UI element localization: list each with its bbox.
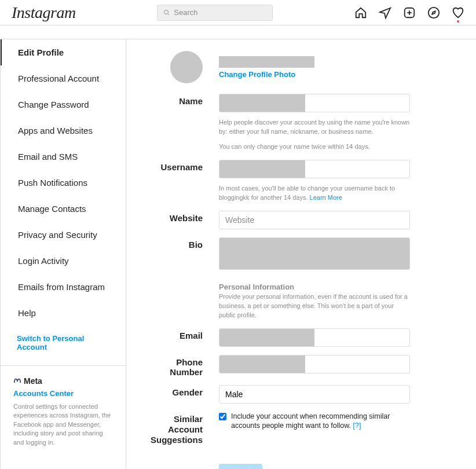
sub-bar xyxy=(0,25,476,39)
name-input[interactable] xyxy=(219,94,410,112)
meta-icon xyxy=(13,377,21,385)
sidebar-item-email-sms[interactable]: Email and SMS xyxy=(1,144,126,170)
similar-label: Similar Account Suggestions xyxy=(144,412,219,445)
search-icon xyxy=(163,9,170,16)
change-photo-link[interactable]: Change Profile Photo xyxy=(219,70,314,79)
gender-input[interactable] xyxy=(219,385,410,404)
similar-accounts-text: Include your account when recommending s… xyxy=(231,412,410,431)
personal-info-heading: Personal Information xyxy=(219,283,410,291)
svg-point-0 xyxy=(164,10,169,14)
bio-label: Bio xyxy=(144,237,219,250)
nav-icons xyxy=(354,6,464,19)
svg-point-5 xyxy=(429,7,439,17)
username-help: In most cases, you'll be able to change … xyxy=(219,184,410,203)
bio-input[interactable] xyxy=(219,237,410,270)
username-display-redacted xyxy=(219,56,314,68)
notification-dot xyxy=(457,20,459,23)
accounts-center-link[interactable]: Accounts Center xyxy=(13,389,113,398)
search-placeholder: Search xyxy=(174,8,197,17)
main-panel: Change Profile Photo Name Help people di… xyxy=(126,39,475,469)
name-label: Name xyxy=(144,94,219,106)
explore-icon[interactable] xyxy=(427,6,440,19)
website-input[interactable] xyxy=(219,211,410,229)
sidebar-item-apps-websites[interactable]: Apps and Websites xyxy=(1,118,126,144)
name-help-1: Help people discover your account by usi… xyxy=(219,118,410,137)
search-input[interactable]: Search xyxy=(157,5,273,21)
phone-input[interactable] xyxy=(219,355,410,373)
home-icon[interactable] xyxy=(354,6,367,19)
meta-box: Meta Accounts Center Control settings fo… xyxy=(1,365,126,457)
sidebar-item-help[interactable]: Help xyxy=(1,300,126,326)
similar-accounts-checkbox[interactable] xyxy=(219,413,226,420)
switch-account-link[interactable]: Switch to Personal Account xyxy=(1,326,126,360)
email-input[interactable] xyxy=(219,328,410,347)
instagram-logo[interactable]: Instagram xyxy=(12,3,76,22)
new-post-icon[interactable] xyxy=(403,6,416,19)
name-help-2: You can only change your name twice with… xyxy=(219,142,410,152)
sidebar-item-emails-from-ig[interactable]: Emails from Instagram xyxy=(1,274,126,300)
sidebar-item-manage-contacts[interactable]: Manage Contacts xyxy=(1,196,126,222)
email-label: Email xyxy=(144,328,219,340)
svg-marker-6 xyxy=(432,11,435,14)
avatar[interactable] xyxy=(170,51,203,83)
gender-label: Gender xyxy=(144,385,219,397)
sidebar-item-edit-profile[interactable]: Edit Profile xyxy=(1,39,126,65)
similar-help-link[interactable]: [?] xyxy=(353,422,361,430)
sidebar-item-privacy-security[interactable]: Privacy and Security xyxy=(1,222,126,248)
messenger-icon[interactable] xyxy=(379,6,391,19)
website-label: Website xyxy=(144,211,219,223)
sidebar-item-push-notifications[interactable]: Push Notifications xyxy=(1,170,126,196)
submit-button[interactable]: Submit xyxy=(219,464,262,470)
settings-sidebar: Edit Profile Professional Account Change… xyxy=(0,39,126,469)
phone-label: Phone Number xyxy=(144,355,219,377)
sidebar-item-change-password[interactable]: Change Password xyxy=(1,91,126,118)
learn-more-link[interactable]: Learn More xyxy=(310,194,342,201)
svg-line-1 xyxy=(168,13,170,15)
sidebar-item-professional[interactable]: Professional Account xyxy=(1,65,126,91)
activity-icon[interactable] xyxy=(452,6,464,19)
username-input[interactable] xyxy=(219,160,410,178)
meta-description: Control settings for connected experienc… xyxy=(13,402,113,447)
sidebar-item-login-activity[interactable]: Login Activity xyxy=(1,248,126,274)
top-header: Instagram Search xyxy=(0,0,476,25)
meta-logo: Meta xyxy=(13,376,113,386)
personal-info-desc: Provide your personal information, even … xyxy=(219,292,410,320)
username-label: Username xyxy=(144,160,219,172)
